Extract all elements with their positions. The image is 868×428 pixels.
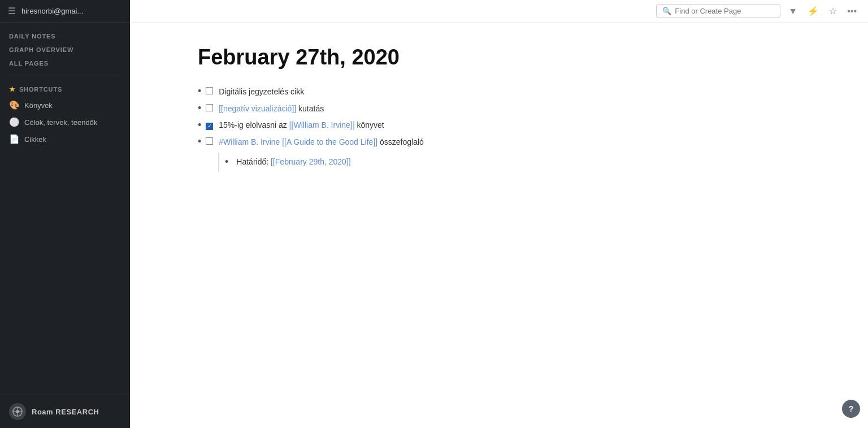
bullet-content-1: Digitális jegyzetelés cikk	[206, 85, 834, 98]
sidebar-item-celok[interactable]: ⚪ Célok, tervek, teendők	[0, 114, 130, 131]
sub-bullet-dot: •	[225, 157, 228, 167]
checkbox-3[interactable]: ✓	[206, 123, 213, 130]
roam-brand: Roam RESEARCH	[32, 408, 99, 416]
main-content: 🔍 ▼ ⚡ ☆ ••• February 27th, 2020 • Digitá…	[130, 0, 868, 428]
star-topbar-icon[interactable]: ☆	[827, 5, 839, 18]
bullet-content-4: #William B. Irvine [[A Guide to the Good…	[206, 136, 424, 148]
list-item: • Digitális jegyzetelés cikk	[198, 85, 834, 98]
bullet-text-1: Digitális jegyzetelés cikk	[219, 87, 304, 96]
sidebar-nav: DAILY NOTES GRAPH OVERVIEW ALL PAGES	[0, 23, 130, 70]
sidebar-item-daily-notes[interactable]: DAILY NOTES	[0, 29, 130, 43]
roam-logo	[9, 403, 26, 420]
sub-bullet-content: Határidő: [[February 29th, 2020]]	[236, 156, 350, 168]
bullet-4-main: • #William B. Irvine [[A Guide to the Go…	[198, 136, 424, 148]
bullet-dot-1: •	[198, 86, 201, 96]
sub-bullet-list: • Határidő: [[February 29th, 2020]]	[225, 153, 351, 172]
page-area: February 27th, 2020 • Digitális jegyzete…	[130, 23, 868, 428]
sidebar-header: ☰ hiresnorbi@gmai...	[0, 0, 130, 23]
more-icon[interactable]: •••	[845, 5, 859, 18]
hamburger-icon[interactable]: ☰	[8, 6, 16, 16]
bullet-text-3b: könyvet	[357, 120, 384, 129]
filter-icon[interactable]: ▼	[786, 5, 800, 18]
bullet-content-2: [[negatív vizualizáció]] kutatás	[206, 102, 834, 115]
sidebar: ☰ hiresnorbi@gmai... DAILY NOTES GRAPH O…	[0, 0, 130, 428]
sidebar-item-koenyvek[interactable]: 🎨 Könyvek	[0, 97, 130, 114]
list-item: • Határidő: [[February 29th, 2020]]	[225, 156, 351, 168]
list-item: • ✓ 15%-ig elolvasni az [[William B. Irv…	[198, 119, 834, 131]
bullet-text-3a: 15%-ig elolvasni az	[219, 120, 289, 129]
sidebar-divider	[9, 76, 121, 76]
list-item: • [[negatív vizualizáció]] kutatás	[198, 102, 834, 115]
sub-text-hatarido: Határidő:	[236, 157, 271, 166]
cikkek-icon: 📄	[9, 134, 20, 144]
topbar: 🔍 ▼ ⚡ ☆ •••	[130, 0, 868, 23]
celok-icon: ⚪	[9, 117, 20, 127]
help-button[interactable]: ?	[842, 400, 860, 418]
checkbox-4[interactable]	[206, 137, 213, 145]
sidebar-item-all-pages[interactable]: ALL PAGES	[0, 57, 130, 70]
bullet-dot-3: •	[198, 120, 201, 130]
bullet-text-4b: összefoglaló	[380, 137, 424, 146]
page-title: February 27th, 2020	[198, 45, 834, 70]
star-icon: ★	[9, 85, 16, 93]
shortcuts-label: ★ SHORTCUTS	[0, 82, 130, 97]
bullet-dot-4: •	[198, 136, 201, 146]
list-item: • #William B. Irvine [[A Guide to the Go…	[198, 136, 834, 172]
sidebar-footer: Roam RESEARCH	[0, 395, 130, 428]
filter2-icon[interactable]: ⚡	[805, 5, 821, 18]
bullet-dot-2: •	[198, 103, 201, 113]
bullet-list: • Digitális jegyzetelés cikk • [[negatív…	[198, 85, 834, 172]
search-box[interactable]: 🔍	[656, 4, 780, 18]
hashtag-william[interactable]: #William B. Irvine	[219, 137, 280, 146]
user-email: hiresnorbi@gmai...	[21, 7, 83, 15]
checkbox-2[interactable]	[206, 104, 213, 111]
search-input[interactable]	[675, 7, 774, 15]
link-feb29[interactable]: [[February 29th, 2020]]	[271, 157, 351, 166]
bullet-text-2b: kutatás	[298, 104, 324, 113]
link-negativ[interactable]: [[negatív vizualizáció]]	[219, 104, 296, 113]
sidebar-item-graph-overview[interactable]: GRAPH OVERVIEW	[0, 43, 130, 57]
link-guide[interactable]: [[A Guide to the Good Life]]	[282, 137, 377, 146]
checkbox-1[interactable]	[206, 87, 213, 94]
sidebar-item-cikkek[interactable]: 📄 Cikkek	[0, 131, 130, 148]
nested-container: • Határidő: [[February 29th, 2020]]	[215, 153, 351, 172]
nested-border	[218, 153, 219, 172]
koenyvek-icon: 🎨	[9, 100, 20, 110]
svg-point-1	[16, 410, 19, 413]
link-william[interactable]: [[William B. Irvine]]	[289, 120, 355, 129]
search-icon: 🔍	[662, 7, 671, 15]
bullet-content-3: ✓ 15%-ig elolvasni az [[William B. Irvin…	[206, 119, 834, 131]
